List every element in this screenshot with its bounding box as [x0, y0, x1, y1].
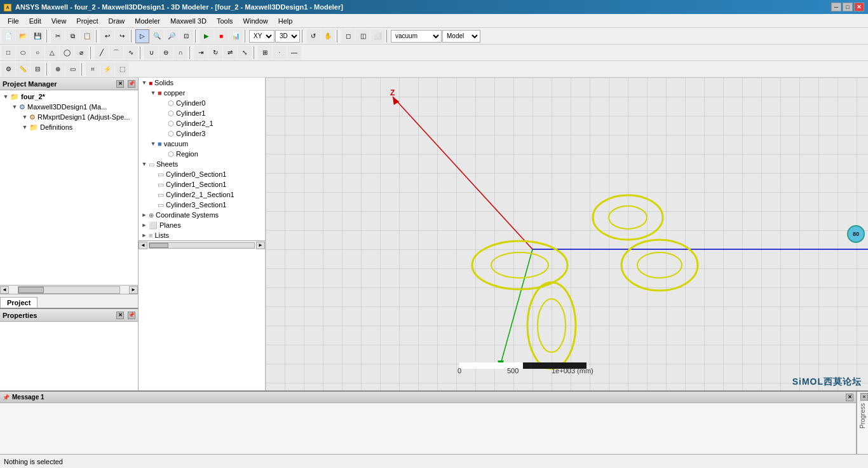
- tb-view2[interactable]: ◫: [356, 29, 370, 43]
- tb-view1[interactable]: ◻: [341, 29, 355, 43]
- tb-rotate[interactable]: ↺: [306, 29, 320, 43]
- tb-scale[interactable]: ⤡: [238, 46, 252, 60]
- menu-window[interactable]: Window: [238, 16, 273, 26]
- tree-vacuum[interactable]: ▼ ■ vacuum: [139, 139, 265, 149]
- tree-cylinder3[interactable]: ⬡ Cylinder3: [139, 128, 265, 139]
- tb-pan[interactable]: ✋: [321, 29, 335, 43]
- tree-planes[interactable]: ► ⬜ Planes: [139, 220, 265, 230]
- tb-mirror[interactable]: ⇌: [223, 46, 237, 60]
- project-hscroll[interactable]: ◄ ►: [0, 285, 138, 294]
- menu-project[interactable]: Project: [71, 16, 103, 26]
- mid-hscroll-right[interactable]: ►: [256, 242, 265, 249]
- tb-settings[interactable]: ⚙: [1, 62, 15, 76]
- tb-fit[interactable]: ⊡: [179, 29, 193, 43]
- hscroll-left-btn[interactable]: ◄: [0, 286, 9, 294]
- tb-cone[interactable]: △: [45, 46, 59, 60]
- tb-redo[interactable]: ↪: [115, 29, 129, 43]
- tree-cylinder1[interactable]: ⬡ Cylinder1: [139, 108, 265, 118]
- tb-snap-grid[interactable]: ⊞: [258, 46, 272, 60]
- hscroll-right-btn[interactable]: ►: [129, 286, 138, 294]
- tb-stop[interactable]: ■: [214, 29, 228, 43]
- expand-project[interactable]: ▼: [1, 92, 10, 101]
- message-close-btn[interactable]: ✕: [846, 394, 853, 401]
- dim-dropdown[interactable]: 3D: [275, 30, 300, 43]
- tree-item-project[interactable]: ▼ 📁 four_2*: [0, 92, 138, 102]
- close-button[interactable]: ✕: [854, 3, 864, 11]
- tb-union[interactable]: ∪: [144, 46, 158, 60]
- tb-sphere[interactable]: ○: [31, 46, 44, 60]
- menu-maxwell3d[interactable]: Maxwell 3D: [165, 16, 212, 26]
- tb-box[interactable]: □: [1, 46, 15, 60]
- menu-draw[interactable]: Draw: [104, 16, 130, 26]
- tb-snap-vertex[interactable]: ·: [273, 46, 287, 60]
- expand-definitions[interactable]: ▼: [20, 123, 29, 132]
- tb-snap-edge[interactable]: —: [287, 46, 301, 60]
- tb-open[interactable]: 📂: [16, 29, 30, 43]
- hscroll-thumb[interactable]: [18, 287, 44, 293]
- tree-cylinder2-1[interactable]: ⬡ Cylinder2_1: [139, 118, 265, 128]
- menu-file[interactable]: File: [3, 16, 24, 26]
- tb-plane[interactable]: ▭: [65, 62, 79, 76]
- menu-tools[interactable]: Tools: [212, 16, 238, 26]
- project-tree[interactable]: ▼ 📁 four_2* ▼ ⚙ Maxwell3DDesign1 (Ma... …: [0, 90, 138, 285]
- props-close-btn[interactable]: ✕: [116, 312, 124, 319]
- tree-coord-sys[interactable]: ► ⊕ Coordinate Systems: [139, 210, 265, 220]
- minimize-button[interactable]: ─: [831, 3, 841, 11]
- tb-view3[interactable]: ⬜: [370, 29, 384, 43]
- mid-hscroll-thumb[interactable]: [149, 243, 168, 248]
- expand-rmxprt[interactable]: ▼: [20, 113, 29, 121]
- tree-region[interactable]: ⬡ Region: [139, 149, 265, 159]
- tab-project[interactable]: Project: [0, 297, 37, 308]
- mid-hscroll-track[interactable]: [149, 242, 255, 249]
- tree-solids[interactable]: ▼ ■ Solids: [139, 78, 265, 88]
- menu-modeler[interactable]: Modeler: [130, 16, 165, 26]
- maximize-button[interactable]: □: [843, 3, 853, 11]
- tree-item-definitions[interactable]: ▼ 📁 Definitions: [0, 122, 138, 132]
- expand-design[interactable]: ▼: [10, 102, 19, 111]
- pm-close-btn[interactable]: ✕: [116, 80, 124, 88]
- tb-spline[interactable]: ∿: [124, 46, 138, 60]
- menu-edit[interactable]: Edit: [24, 16, 46, 26]
- tb-excitation[interactable]: ⚡: [100, 62, 114, 76]
- tb-cs[interactable]: ⊕: [51, 62, 65, 76]
- tb-analyze[interactable]: ▶: [200, 29, 214, 43]
- mid-hscroll-left[interactable]: ◄: [139, 242, 147, 249]
- tb-line[interactable]: ╱: [95, 46, 109, 60]
- tb-save[interactable]: 💾: [31, 29, 44, 43]
- tb-cylinder[interactable]: ⬭: [16, 46, 30, 60]
- tb-rotate2[interactable]: ↻: [208, 46, 222, 60]
- plane-dropdown[interactable]: XY: [249, 30, 275, 43]
- tb-results[interactable]: 📊: [229, 29, 243, 43]
- tb-undo[interactable]: ↩: [100, 29, 114, 43]
- menu-view[interactable]: View: [46, 16, 72, 26]
- pm-pin-btn[interactable]: 📌: [128, 80, 135, 88]
- tree-cyl1-sec1[interactable]: ▭ Cylinder1_Section1: [139, 179, 265, 189]
- tb-paste[interactable]: 📋: [80, 29, 94, 43]
- tb-boundary[interactable]: ⬚: [115, 62, 129, 76]
- tb-select[interactable]: ▷: [135, 29, 149, 43]
- tree-copper[interactable]: ▼ ■ copper: [139, 88, 265, 98]
- tree-cyl2-sec1[interactable]: ▭ Cylinder2_1_Section1: [139, 189, 265, 200]
- tb-zoom-out[interactable]: 🔎: [165, 29, 179, 43]
- tb-grid[interactable]: ⊟: [31, 62, 44, 76]
- tree-lists[interactable]: ► ≡ Lists: [139, 230, 265, 240]
- tb-copy[interactable]: ⧉: [65, 29, 79, 43]
- tb-arc[interactable]: ⌒: [109, 46, 123, 60]
- mid-hscroll[interactable]: ◄ ►: [139, 240, 265, 249]
- tree-item-rmxprt[interactable]: ▼ ⚙ RMxprtDesign1 (Adjust-Spe...: [0, 112, 138, 122]
- tb-intersect[interactable]: ∩: [173, 46, 187, 60]
- tree-cyl0-sec1[interactable]: ▭ Cylinder0_Section1: [139, 169, 265, 179]
- viewport-3d[interactable]: Z Y: [266, 78, 868, 390]
- tree-item-design[interactable]: ▼ ⚙ Maxwell3DDesign1 (Ma...: [0, 102, 138, 112]
- props-pin-btn[interactable]: 📌: [128, 312, 135, 319]
- view-dropdown[interactable]: Model: [442, 30, 480, 43]
- hscroll-bar[interactable]: [18, 286, 120, 294]
- tb-helix[interactable]: ⌀: [74, 46, 88, 60]
- tb-cut[interactable]: ✂: [51, 29, 65, 43]
- tb-subtract[interactable]: ⊖: [159, 46, 173, 60]
- progress-close-btn[interactable]: ×: [860, 393, 868, 401]
- tb-zoom-in[interactable]: 🔍: [150, 29, 164, 43]
- tb-torus[interactable]: ◯: [60, 46, 74, 60]
- menu-help[interactable]: Help: [273, 16, 298, 26]
- tree-sheets[interactable]: ▼ ▭ Sheets: [139, 159, 265, 169]
